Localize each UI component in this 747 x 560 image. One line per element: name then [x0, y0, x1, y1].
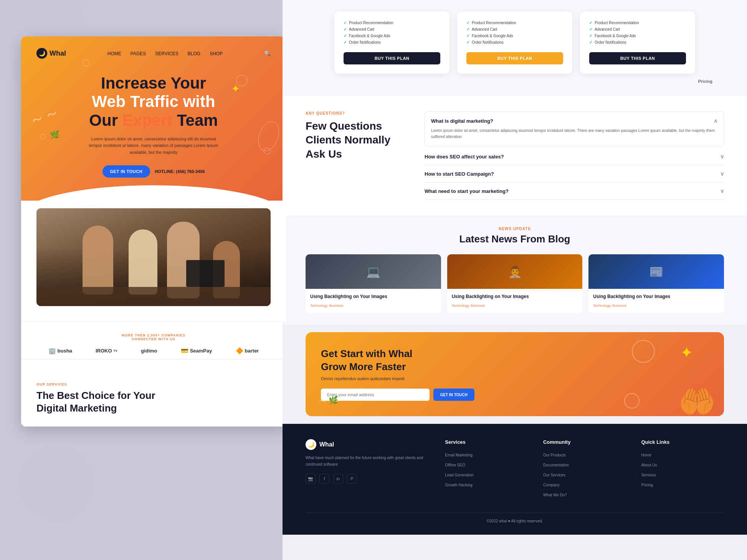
faq-item-2[interactable]: How does SEO affect your sales? ∨	[425, 148, 724, 165]
cta-star-decoration: ✦	[680, 344, 693, 361]
footer-link-lead-gen[interactable]: Lead Generation	[445, 473, 474, 477]
faq-chevron-3: ∨	[720, 171, 724, 177]
blog-card-2[interactable]: 👨‍💼 Using Backlighting on Your Images Te…	[447, 254, 583, 313]
buy-plan-1-button[interactable]: BUY THIS PLAN	[344, 52, 440, 64]
video-section: ▶	[21, 201, 286, 321]
footer-grid: 🌙 Whal Whal have much planned for the fu…	[306, 439, 724, 501]
barter-logo: 🔶 barter	[236, 347, 259, 354]
hero-section: ✦ ～～ 🌿 🌙 Whal HOME PAGES SERVICES BLOG S…	[21, 36, 286, 201]
footer-link-growth-hacking[interactable]: Growth Hacking	[445, 483, 472, 487]
blog-card-title-3: Using Backlighting on Your Images	[593, 293, 719, 300]
footer-link-company[interactable]: Company	[543, 483, 560, 487]
footer-link-pricing[interactable]: Pricing	[641, 483, 653, 487]
footer-link-what-we-do[interactable]: What We Do?	[543, 493, 567, 497]
search-icon[interactable]: 🔍	[264, 50, 271, 56]
divider	[21, 359, 286, 359]
footer-link-email-marketing[interactable]: Email Marketing	[445, 453, 473, 457]
faq-question-3[interactable]: How to start SEO Campaign? ∨	[425, 171, 724, 177]
cta-hands-decoration: 🤲	[678, 384, 716, 416]
faq-question-1[interactable]: What is digital marketing? ∧	[431, 118, 717, 124]
cta-get-in-touch-button[interactable]: GET IN TOUCH	[433, 389, 474, 401]
faq-chevron-2: ∨	[720, 153, 724, 160]
logo-icon: 🌙	[36, 48, 47, 59]
blog-card-3[interactable]: 📰 Using Backlighting on Your Images Tech…	[588, 254, 724, 313]
companies-section: MORE THEN 2,000+ COMPANIES CONNECTED WIT…	[21, 321, 286, 371]
feature-1-3: Facebook & Google Ads	[344, 34, 440, 38]
cta-title: Get Start with Whal Grow More Faster	[321, 348, 474, 374]
logo-text: Whal	[50, 49, 66, 58]
cta-section: ✦ ～～ 🌿 🤲 Get Start with Whal Grow More F…	[306, 332, 724, 417]
footer-logo: 🌙 Whal	[306, 439, 430, 450]
nav-services[interactable]: SERVICES	[155, 51, 178, 56]
pricing-card-2: Product Recommendation Advanced Cart Fac…	[457, 12, 572, 74]
blog-card-1[interactable]: 💻 Using Backlighting on Your Images Tech…	[306, 254, 441, 313]
buy-plan-2-button[interactable]: BUY THIS PLAN	[466, 52, 563, 64]
footer-link-about[interactable]: About Us	[641, 463, 657, 467]
blog-card-title-2: Using Backlighting on Your Images	[452, 293, 578, 300]
pricing-label: Pricing	[306, 77, 724, 84]
nav-links: HOME PAGES SERVICES BLOG SHOP	[107, 50, 223, 57]
cta-circle-1	[632, 340, 655, 363]
features-1: Product Recommendation Advanced Cart Fac…	[344, 21, 440, 44]
nav-shop[interactable]: SHOP	[210, 51, 223, 56]
instagram-icon[interactable]: 📷	[306, 474, 316, 484]
footer-link-home[interactable]: Home	[641, 453, 651, 457]
faq-item-1[interactable]: What is digital marketing? ∧ Lorem ipsum…	[425, 111, 724, 147]
cta-form: GET IN TOUCH	[321, 389, 474, 401]
blog-img-overlay-2: 👨‍💼	[447, 254, 583, 289]
faq-item-4[interactable]: What need to start your marketing? ∨	[425, 183, 724, 200]
cta-leaf: 🌿	[329, 395, 338, 405]
nav-home[interactable]: HOME	[107, 51, 121, 56]
blog-card-title-1: Using Backlighting on Your Images	[310, 293, 436, 300]
blog-img-3: 📰	[588, 254, 724, 289]
blog-card-body-2: Using Backlighting on Your Images Techno…	[447, 289, 583, 313]
pinterest-icon[interactable]: P	[347, 474, 357, 484]
gidimo-logo: gidimo	[141, 348, 157, 354]
footer-community-col: Community Our Products Documentation Our…	[543, 439, 626, 501]
faq-question-2[interactable]: How does SEO affect your sales? ∨	[425, 153, 724, 160]
faq-question-4[interactable]: What need to start your marketing? ∨	[425, 188, 724, 194]
footer-quicklinks-col: Quick Links Home About Us Services Prici…	[641, 439, 724, 501]
right-panel: Product Recommendation Advanced Cart Fac…	[283, 0, 747, 560]
companies-logos: 🏢 busha IROKO TV gidimo 💳 SeamPay 🔶 bart…	[36, 347, 271, 354]
pricing-section: Product Recommendation Advanced Cart Fac…	[283, 0, 747, 96]
hero-buttons: GET IN TOUCH HOTLINE: (456) 760-3456	[36, 165, 271, 178]
nav-pages[interactable]: PAGES	[131, 51, 146, 56]
feature-2-4: Order Notifications	[466, 40, 563, 44]
cta-subtitle: Omnis repellendus autem quibusdam impedi	[321, 376, 709, 381]
footer-community-title: Community	[543, 439, 626, 445]
footer-link-products[interactable]: Our Products	[543, 453, 566, 457]
footer-description: Whal have much planned for the future wo…	[306, 455, 430, 468]
buy-plan-3-button[interactable]: BUY THIS PLAN	[589, 52, 686, 64]
feature-1-1: Product Recommendation	[344, 21, 440, 25]
hotline-button[interactable]: HOTLINE: (456) 760-3456	[155, 169, 205, 174]
linkedin-icon[interactable]: in	[333, 474, 343, 484]
footer-link-services[interactable]: Services	[641, 473, 656, 477]
video-placeholder	[36, 208, 271, 306]
faq-tag: ANY QUESTIONS?	[306, 111, 405, 115]
footer-link-offline-seo[interactable]: Offline SEO	[445, 463, 465, 467]
pricing-text: Pricing	[698, 79, 712, 84]
footer-services-links: Email Marketing Offline SEO Lead Generat…	[445, 451, 528, 488]
facebook-icon[interactable]: f	[319, 474, 329, 484]
faq-title: Few Questions Clients Normally Ask Us	[306, 119, 405, 161]
video-wrapper[interactable]: ▶	[36, 208, 271, 306]
faq-chevron-4: ∨	[720, 188, 724, 194]
footer-link-docs[interactable]: Documentation	[543, 463, 569, 467]
features-3: Product Recommendation Advanced Cart Fac…	[589, 21, 686, 44]
faq-right: What is digital marketing? ∧ Lorem ipsum…	[425, 111, 724, 200]
feature-2-2: Advanced Cart	[466, 27, 563, 31]
nav-blog[interactable]: BLOG	[188, 51, 200, 56]
seampay-icon: 💳	[181, 347, 188, 354]
busha-icon: 🏢	[48, 347, 56, 354]
feature-3-1: Product Recommendation	[589, 21, 686, 25]
get-in-touch-button[interactable]: GET IN TOUCH	[102, 165, 150, 178]
faq-item-3[interactable]: How to start SEO Campaign? ∨	[425, 165, 724, 183]
site-logo[interactable]: 🌙 Whal	[36, 48, 66, 59]
faq-left: ANY QUESTIONS? Few Questions Clients Nor…	[306, 111, 405, 200]
footer-link-our-services[interactable]: Our Services	[543, 473, 565, 477]
footer-quicklinks-title: Quick Links	[641, 439, 724, 445]
busha-logo: 🏢 busha	[48, 347, 72, 354]
features-2: Product Recommendation Advanced Cart Fac…	[466, 21, 563, 44]
feature-2-1: Product Recommendation	[466, 21, 563, 25]
